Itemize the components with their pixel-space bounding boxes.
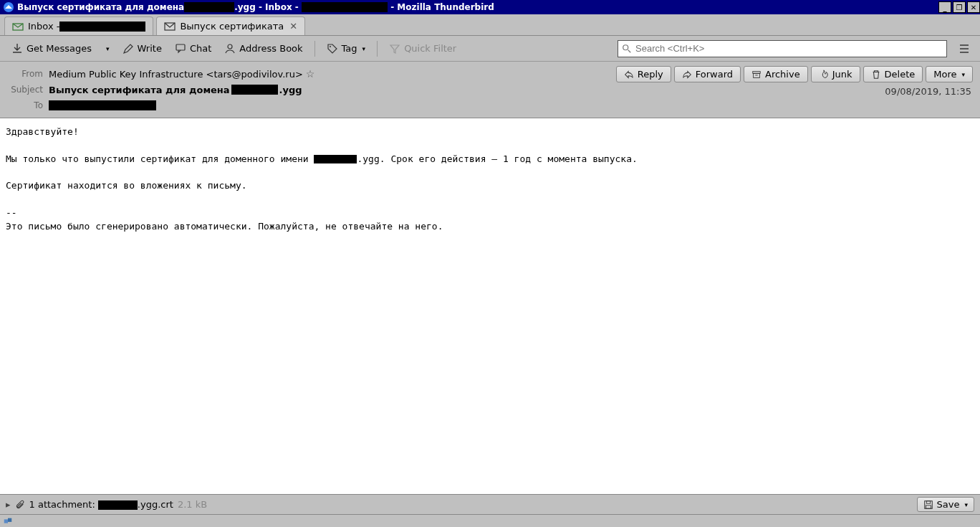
tab-strip: Inbox - Выпуск сертификата ✕ (0, 14, 980, 36)
write-button[interactable]: Write (117, 40, 168, 57)
subject-label: Subject (7, 85, 43, 95)
attachment-filename[interactable]: .ygg.crt (98, 499, 173, 510)
chat-button[interactable]: Chat (169, 40, 217, 57)
svg-rect-13 (8, 518, 11, 521)
toolbar-separator-2 (377, 41, 378, 57)
close-window-button[interactable]: ✕ (967, 1, 980, 13)
forward-button[interactable]: Forward (674, 66, 741, 82)
app-icon (3, 1, 14, 13)
title-suffix2: - Mozilla Thunderbird (388, 2, 494, 12)
tab-inbox-redacted (59, 22, 145, 32)
delete-button[interactable]: Delete (863, 66, 923, 82)
pencil-icon (123, 43, 134, 54)
reply-button[interactable]: Reply (616, 66, 671, 82)
main-toolbar: Get Messages ▾ Write Chat Address Book T… (0, 36, 980, 62)
tab-message[interactable]: Выпуск сертификата ✕ (156, 16, 305, 35)
star-icon[interactable]: ☆ (306, 68, 315, 80)
title-redacted-domain (184, 2, 234, 12)
paperclip-icon (15, 500, 25, 510)
search-icon (622, 44, 632, 54)
svg-point-4 (228, 44, 232, 49)
message-body: Здравствуйте! Мы только что выпустили се… (0, 118, 980, 494)
save-icon (923, 500, 933, 510)
svg-rect-3 (176, 44, 185, 50)
archive-icon (751, 70, 762, 80)
svg-rect-12 (4, 519, 8, 523)
attachment-count-label: 1 attachment: (29, 499, 95, 510)
from-value[interactable]: Medium Public Key Infrastructure <tars@p… (49, 68, 314, 80)
svg-rect-11 (926, 505, 931, 508)
tag-icon (327, 43, 338, 54)
more-button[interactable]: More▾ (926, 66, 973, 82)
download-icon (11, 43, 23, 54)
svg-rect-10 (926, 500, 930, 503)
forward-icon (682, 70, 692, 80)
tab-message-label: Выпуск сертификата (180, 21, 284, 32)
to-redacted (49, 100, 156, 110)
trash-icon (871, 70, 881, 80)
filter-icon (389, 43, 400, 54)
tab-inbox[interactable]: Inbox - (4, 16, 153, 35)
to-label: To (7, 100, 43, 110)
archive-button[interactable]: Archive (744, 66, 808, 82)
junk-button[interactable]: Junk (811, 66, 860, 82)
svg-point-5 (330, 46, 331, 47)
svg-point-6 (623, 44, 628, 49)
title-redacted-account (302, 2, 388, 12)
get-messages-button[interactable]: Get Messages (6, 40, 97, 57)
maximize-button[interactable]: ❐ (953, 1, 966, 13)
from-label: From (7, 69, 43, 79)
chat-icon (175, 43, 186, 54)
inbox-icon (12, 21, 24, 32)
attachment-redacted (98, 500, 138, 510)
title-prefix: Выпуск сертификата для домена (17, 2, 184, 12)
status-bar (0, 514, 980, 527)
attachment-bar: ▸ 1 attachment: .ygg.crt 2.1 kB Save ▾ (0, 494, 980, 514)
address-book-button[interactable]: Address Book (218, 40, 308, 57)
tab-inbox-label: Inbox - (28, 21, 59, 32)
subject-value: Выпуск сертификата для домена .ygg (49, 85, 302, 95)
search-input[interactable] (618, 40, 947, 57)
message-datetime: 09/08/2019, 11:35 (885, 86, 971, 97)
save-attachment-button[interactable]: Save ▾ (917, 497, 974, 512)
get-messages-dropdown[interactable]: ▾ (99, 42, 115, 55)
minimize-button[interactable]: _ (938, 1, 951, 13)
window-titlebar: Выпуск сертификата для домена .ygg - Inb… (0, 0, 980, 14)
toolbar-separator (314, 41, 315, 57)
to-value[interactable] (49, 100, 156, 110)
reply-icon (624, 70, 634, 80)
message-header: Reply Forward Archive Junk Delete More▾ … (0, 62, 980, 118)
attachments-expand-toggle[interactable]: ▸ (6, 499, 11, 510)
subject-redacted (231, 85, 278, 95)
envelope-icon (164, 21, 176, 32)
person-icon (224, 43, 236, 54)
attachment-size: 2.1 kB (178, 499, 207, 510)
title-suffix1: .ygg - Inbox - (234, 2, 302, 12)
search-field-wrap (618, 40, 947, 57)
tag-button[interactable]: Tag ▾ (321, 40, 372, 57)
app-menu-button[interactable] (954, 40, 974, 57)
online-status-icon[interactable] (3, 516, 13, 526)
quick-filter-button[interactable]: Quick Filter (383, 40, 462, 57)
tab-close-button[interactable]: ✕ (289, 21, 297, 32)
body-redacted-domain (314, 155, 357, 163)
flame-icon (819, 70, 829, 80)
